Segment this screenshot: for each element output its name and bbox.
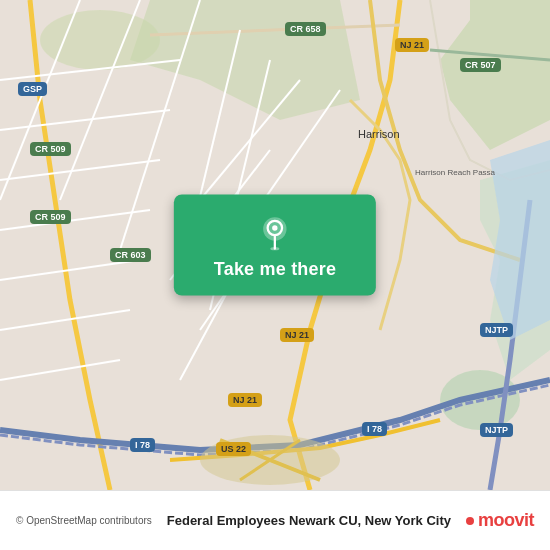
button-label: Take me there bbox=[214, 259, 336, 280]
svg-point-32 bbox=[270, 247, 279, 251]
svg-point-5 bbox=[40, 10, 160, 70]
badge-i78-2: I 78 bbox=[362, 422, 387, 436]
svg-point-31 bbox=[272, 225, 277, 230]
location-pin-icon bbox=[257, 215, 293, 251]
badge-i78-1: I 78 bbox=[130, 438, 155, 452]
take-me-there-overlay: Take me there bbox=[174, 195, 376, 296]
badge-cr603: CR 603 bbox=[110, 248, 151, 262]
badge-njtp-2: NJTP bbox=[480, 423, 513, 437]
bottom-bar: © OpenStreetMap contributors Federal Emp… bbox=[0, 490, 550, 550]
copyright-text: © OpenStreetMap contributors bbox=[16, 515, 152, 526]
moovit-text: moovit bbox=[478, 510, 534, 531]
map-container: CR 658 NJ 21 CR 507 GSP CR 509 CR 603 CR… bbox=[0, 0, 550, 490]
harrison-reach-label: Harrison Reach Passa bbox=[415, 168, 495, 177]
location-name: Federal Employees Newark CU, New York Ci… bbox=[167, 513, 451, 528]
take-me-there-button[interactable]: Take me there bbox=[174, 195, 376, 296]
moovit-logo: moovit bbox=[466, 510, 534, 531]
badge-gsp: GSP bbox=[18, 82, 47, 96]
badge-us22: US 22 bbox=[216, 442, 251, 456]
copyright-section: © OpenStreetMap contributors bbox=[16, 515, 152, 526]
badge-cr658: CR 658 bbox=[285, 22, 326, 36]
moovit-dot bbox=[466, 517, 474, 525]
harrison-label: Harrison bbox=[358, 128, 400, 140]
badge-cr509-2: CR 509 bbox=[30, 210, 71, 224]
badge-nj21-top: NJ 21 bbox=[395, 38, 429, 52]
badge-cr509-1: CR 509 bbox=[30, 142, 71, 156]
location-info: Federal Employees Newark CU, New York Ci… bbox=[152, 513, 466, 528]
badge-nj21-mid: NJ 21 bbox=[280, 328, 314, 342]
badge-njtp-1: NJTP bbox=[480, 323, 513, 337]
badge-cr507: CR 507 bbox=[460, 58, 501, 72]
badge-nj21-bot: NJ 21 bbox=[228, 393, 262, 407]
